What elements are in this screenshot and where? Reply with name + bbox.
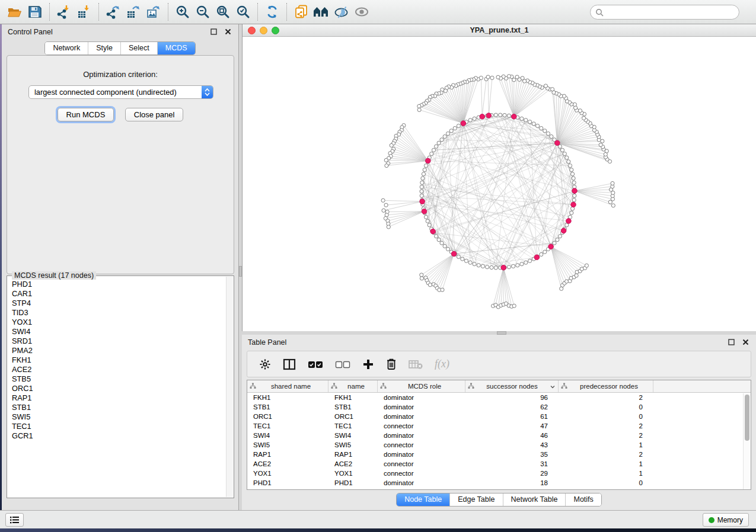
mcds-node[interactable] [422,209,427,214]
network-node[interactable] [443,134,446,138]
table-cell[interactable]: 61 [465,412,559,421]
table-cell[interactable]: connector [378,459,465,469]
network-node[interactable] [512,304,516,307]
mcds-result-item[interactable]: SWI4 [8,327,225,336]
first-neighbors-icon[interactable] [311,2,331,21]
tab-select[interactable]: Select [120,42,157,55]
network-node[interactable] [551,88,554,91]
table-cell[interactable]: ORC1 [328,412,378,421]
network-node[interactable] [477,264,480,267]
table-cell[interactable]: 2 [559,393,653,402]
network-node[interactable] [524,261,528,264]
mcds-node[interactable] [571,202,576,207]
table-cell[interactable]: 29 [465,469,559,478]
network-node[interactable] [387,225,390,229]
network-node[interactable] [516,264,519,267]
network-node[interactable] [507,265,511,269]
network-node[interactable] [572,198,576,202]
table-cell[interactable]: 1 [559,459,653,469]
network-node[interactable] [423,168,426,172]
table-cell[interactable]: 2 [559,431,653,440]
table-cell[interactable]: ACE2 [247,459,328,469]
tab-network[interactable]: Network [45,42,88,55]
table-cell[interactable]: 2 [559,450,653,459]
table-cell[interactable]: 46 [465,431,559,440]
network-node[interactable] [390,143,393,147]
network-node[interactable] [421,177,425,180]
network-node[interactable] [494,266,497,270]
network-node[interactable] [496,75,500,79]
network-node[interactable] [420,190,423,193]
mcds-result-item[interactable]: YOX1 [8,318,225,327]
network-node[interactable] [528,120,532,124]
search-input[interactable] [607,8,739,17]
network-node[interactable] [572,181,576,184]
mcds-node[interactable] [480,114,485,120]
mcds-result-item[interactable]: STB1 [8,403,225,412]
network-node[interactable] [563,152,566,156]
mcds-node[interactable] [534,255,540,260]
table-row[interactable]: YOX1YOX1connector291 [247,469,751,478]
table-cell[interactable]: connector [378,421,465,431]
network-node[interactable] [568,164,572,168]
mcds-node[interactable] [561,228,566,233]
network-node[interactable] [435,145,438,148]
tab-node-table[interactable]: Node Table [397,493,449,506]
import-network-icon[interactable] [54,2,74,21]
network-node[interactable] [461,257,464,261]
mcds-result-item[interactable]: GCR1 [8,431,225,441]
table-cell[interactable]: dominator [378,450,465,459]
table-row[interactable]: STB1STB1dominator620 [247,402,751,412]
network-node[interactable] [457,124,460,127]
network-node[interactable] [570,211,573,214]
table-cell[interactable]: YOX1 [328,469,378,478]
table-cell[interactable]: dominator [378,412,465,421]
open-file-icon[interactable] [5,2,25,21]
mcds-node[interactable] [555,140,560,146]
table-cell[interactable]: TEC1 [247,421,328,431]
network-node[interactable] [437,141,441,145]
network-node[interactable] [384,203,388,207]
table-scrollbar[interactable] [743,393,751,489]
table-cell[interactable]: 0 [559,412,653,421]
network-node[interactable] [420,185,423,189]
table-cell[interactable]: 0 [559,402,653,412]
table-row[interactable]: ORC1ORC1dominator610 [247,412,751,421]
network-node[interactable] [464,259,468,262]
network-node[interactable] [578,109,582,113]
mcds-node[interactable] [512,114,517,120]
export-image-icon[interactable] [143,2,164,21]
network-node[interactable] [486,75,490,79]
network-node[interactable] [515,75,519,79]
zoom-selected-icon[interactable] [233,2,253,21]
network-node[interactable] [528,259,532,262]
network-node[interactable] [611,181,614,185]
table-row[interactable]: FKH1FKH1dominator962 [247,393,751,402]
table-cell[interactable]: 43 [465,440,559,450]
search-field[interactable] [590,5,739,20]
network-node[interactable] [565,156,569,159]
network-node[interactable] [440,241,444,245]
table-cell[interactable]: SWI4 [328,431,378,440]
network-graph[interactable] [243,37,756,331]
table-cell[interactable]: FKH1 [328,393,378,402]
network-node[interactable] [532,122,535,126]
table-cell[interactable]: 47 [465,421,559,431]
network-node[interactable] [540,252,543,256]
mcds-result-item[interactable]: TEC1 [8,422,225,431]
mcds-node[interactable] [430,229,436,234]
network-node[interactable] [432,148,435,152]
network-node[interactable] [441,288,444,291]
column-header-shared-name[interactable]: shared name [247,380,328,392]
network-node[interactable] [565,223,569,227]
close-panel-button[interactable]: Close panel [125,108,184,121]
network-node[interactable] [479,76,483,79]
table-cell[interactable]: PHD1 [247,478,328,488]
float-panel-icon[interactable] [209,27,218,37]
table-cell[interactable]: 0 [559,478,653,488]
table-cell[interactable]: STB1 [247,402,328,412]
network-node[interactable] [571,172,575,176]
table-row[interactable]: TEC1TEC1connector472 [247,421,751,431]
table-cell[interactable]: SWI5 [247,440,328,450]
network-node[interactable] [426,219,429,223]
